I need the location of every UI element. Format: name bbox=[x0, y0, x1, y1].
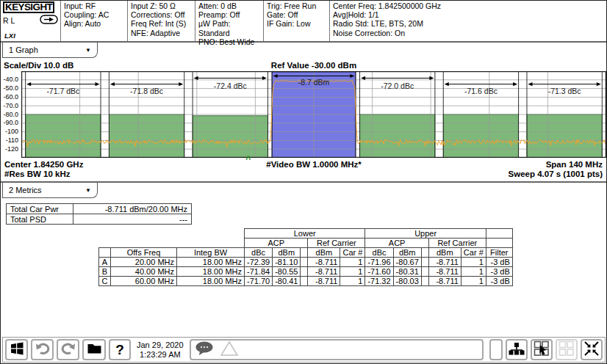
separator-cell bbox=[421, 277, 428, 286]
metrics-selector-label: 2 Metrics bbox=[9, 186, 42, 194]
upper-dbc-value: -71.32 bbox=[365, 277, 393, 286]
lower-dbm-value: -80.41 bbox=[273, 277, 301, 286]
blank-button[interactable] bbox=[489, 339, 503, 360]
graph-selector-dropdown[interactable]: 1 Graph ▼ bbox=[2, 43, 98, 58]
subgroup-refcarrier-upper: Ref Carrier bbox=[428, 239, 486, 248]
alert-triangle-icon bbox=[220, 341, 239, 360]
y-tick-label: -100 bbox=[0, 128, 18, 135]
upper-car-number: 1 bbox=[461, 267, 486, 277]
offset-B-lower-value-label: -71.8 dBc bbox=[130, 87, 163, 95]
lxi-logo: LXI bbox=[4, 32, 15, 40]
table-row: Total Car Pwr -8.711 dBm/20.00 MHz bbox=[7, 204, 192, 214]
save-folder-button[interactable] bbox=[82, 339, 106, 360]
row-label: B bbox=[99, 267, 111, 277]
total-car-pwr-label: Total Car Pwr bbox=[7, 204, 73, 214]
y-tick-label: -40.0 bbox=[0, 76, 18, 83]
message-status-bar[interactable] bbox=[190, 339, 484, 360]
separator-cell bbox=[301, 258, 308, 267]
upper-dbm-value: -80.67 bbox=[393, 258, 421, 267]
status-line: NFE: Adaptive bbox=[131, 29, 192, 37]
group-header-upper: Upper bbox=[365, 229, 486, 239]
table-row: Total PSD --- bbox=[7, 214, 192, 225]
carrier-value-label: -8.7 dBm bbox=[298, 78, 330, 87]
fullscreen-collapse-button[interactable] bbox=[581, 339, 603, 360]
undo-icon bbox=[35, 341, 51, 359]
windows-menu-button[interactable] bbox=[5, 339, 28, 360]
status-line: Corrections: Off bbox=[131, 10, 192, 19]
header-col-input: Input: RF Coupling: AC Align: Auto bbox=[61, 1, 128, 41]
table-header-row: Lower Upper bbox=[99, 229, 513, 239]
offs-freq-value: 20.00 MHz bbox=[111, 258, 177, 267]
status-line: Align: Auto bbox=[64, 19, 124, 28]
redo-button[interactable] bbox=[57, 339, 79, 360]
row-label: C bbox=[99, 277, 111, 286]
col-header-car: Car # bbox=[461, 248, 486, 258]
row-label: A bbox=[99, 258, 111, 267]
metrics-selector-dropdown[interactable]: 2 Metrics ▼ bbox=[2, 183, 98, 198]
graph-selector-label: 1 Graph bbox=[9, 46, 38, 54]
power-summary-table: Total Car Pwr -8.711 dBm/20.00 MHz Total… bbox=[6, 203, 192, 225]
touch-screen-button[interactable] bbox=[531, 339, 553, 360]
acp-row-C: C 60.00 MHz 18.00 MHz -71.70 -80.41 -8.7… bbox=[99, 277, 513, 286]
col-header-integ-bw: Integ BW bbox=[177, 248, 245, 258]
integ-bw-value: 18.00 MHz bbox=[177, 258, 245, 267]
lower-refcarrier-dbm-value: -8.711 bbox=[308, 277, 340, 286]
ref-value-label: Ref Value -30.00 dBm bbox=[21, 61, 606, 70]
help-button[interactable]: ? bbox=[109, 339, 131, 360]
status-header: KEYSIGHT R L LXI Input: RF Coupling: AC … bbox=[1, 1, 607, 43]
status-line: Center Freq: 1.842500000 GHz bbox=[333, 1, 605, 10]
col-header-car: Car # bbox=[340, 248, 365, 258]
upper-refcarrier-dbm-value: -8.711 bbox=[428, 267, 461, 277]
lower-refcarrier-dbm-value: -8.711 bbox=[308, 258, 340, 267]
separator-cell bbox=[421, 258, 428, 267]
date-line: Jan 29, 2020 bbox=[137, 341, 184, 350]
lower-dbc-value: -71.70 bbox=[245, 277, 273, 286]
offset-A-lower-value-label: -72.4 dBc bbox=[214, 81, 247, 90]
col-header-dbc: dBc bbox=[365, 248, 393, 258]
collapse-arrows-icon bbox=[583, 341, 600, 360]
help-icon: ? bbox=[115, 342, 124, 358]
col-header-dbm: dBm bbox=[393, 248, 421, 258]
y-tick-label: -90.0 bbox=[0, 120, 18, 126]
separator-cell bbox=[301, 248, 308, 258]
lower-dbm-value: -80.55 bbox=[273, 267, 301, 277]
rl-indicator: R L bbox=[3, 16, 15, 25]
time-line: 1:23:29 AM bbox=[137, 350, 184, 360]
filter-header-spacer bbox=[486, 229, 512, 239]
upper-dbm-value: -80.31 bbox=[393, 267, 421, 277]
lower-car-number: 1 bbox=[340, 258, 365, 267]
col-header-dbm: dBm bbox=[428, 248, 461, 258]
offset-A-upper-value-label: -72.0 dBc bbox=[381, 81, 414, 90]
keysight-logo: KEYSIGHT bbox=[3, 1, 54, 13]
acp-row-B: B 40.00 MHz 18.00 MHz -71.84 -80.55 -8.7… bbox=[99, 267, 513, 277]
y-tick-label: -120 bbox=[0, 146, 18, 153]
separator-cell bbox=[301, 267, 308, 277]
spectrum-plot: -71.7 dBc-71.8 dBc-72.4 dBc-8.7 dBm-72.0… bbox=[21, 71, 606, 158]
upper-car-number: 1 bbox=[461, 258, 486, 267]
bottom-toolbar: ? Jan 29, 2020 1:23:29 AM bbox=[2, 337, 606, 363]
undo-button[interactable] bbox=[31, 339, 54, 360]
filter-header-spacer bbox=[486, 239, 512, 248]
window-grid-button-disabled bbox=[556, 339, 578, 360]
acp-results-table: Lower Upper ACP Ref Carrier ACP Ref Carr… bbox=[98, 228, 513, 286]
upper-refcarrier-dbm-value: -8.711 bbox=[428, 258, 461, 267]
header-col-freq: Center Freq: 1.842500000 GHz Avg|Hold: 1… bbox=[330, 1, 607, 41]
status-line: PNO: Best Wide bbox=[198, 37, 260, 46]
filter-value: -3 dB bbox=[486, 277, 512, 286]
status-line: Gate: Off bbox=[267, 10, 326, 19]
layout-nodes-button[interactable] bbox=[506, 339, 528, 360]
status-line: IF Gain: Low bbox=[267, 19, 326, 28]
chevron-down-icon: ▼ bbox=[85, 47, 91, 54]
status-line: Input Z: 50 Ω bbox=[131, 1, 192, 10]
col-header-dbm: dBm bbox=[308, 248, 340, 258]
upper-refcarrier-dbm-value: -8.711 bbox=[428, 277, 461, 286]
folder-icon bbox=[87, 342, 102, 358]
continuous-sweep-icon bbox=[40, 15, 58, 26]
upper-dbc-value: -71.96 bbox=[365, 258, 393, 267]
brand-cell: KEYSIGHT R L LXI bbox=[1, 1, 61, 41]
lower-refcarrier-dbm-value: -8.711 bbox=[308, 267, 340, 277]
chevron-down-icon: ▼ bbox=[85, 187, 91, 194]
y-tick-label: -110 bbox=[0, 137, 18, 144]
col-header-dbm: dBm bbox=[273, 248, 301, 258]
integ-bw-value: 18.00 MHz bbox=[177, 267, 245, 277]
